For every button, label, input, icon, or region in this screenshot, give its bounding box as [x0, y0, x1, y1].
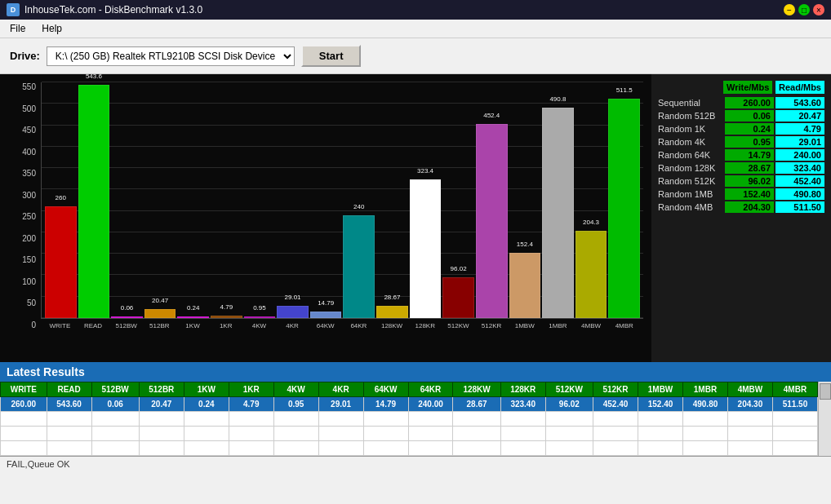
- stats-write-val: 204.30: [725, 201, 774, 213]
- results-empty-cell: [772, 441, 817, 456]
- results-col-header: 4MBW: [727, 382, 772, 397]
- x-label-512kw: 512KW: [442, 322, 474, 329]
- drive-select[interactable]: K:\ (250 GB) Realtek RTL9210B SCSI Disk …: [47, 46, 295, 66]
- results-empty-cell: [683, 412, 728, 427]
- results-cell: 29.01: [318, 397, 363, 412]
- stats-rows: Sequential260.00543.60Random 512B0.0620.…: [658, 97, 824, 213]
- results-empty-cell: [229, 412, 273, 427]
- minimize-button[interactable]: −: [784, 4, 795, 15]
- results-empty-cell: [139, 412, 184, 427]
- results-empty-cell: [593, 441, 638, 456]
- bar-value-read: 543.6: [86, 73, 102, 80]
- results-empty-cell: [184, 441, 229, 456]
- bar-512bw: 0.06: [111, 316, 143, 318]
- bar-value-4mbr: 511.5: [616, 86, 633, 94]
- bar-512br: 20.47: [144, 309, 176, 318]
- bar-512kr: 452.4: [476, 124, 508, 318]
- stats-header: Write/Mbs Read/Mbs: [658, 81, 824, 94]
- bar-write: 260: [45, 206, 77, 318]
- scrollbar[interactable]: [818, 382, 831, 456]
- bar-value-512bw: 0.06: [121, 304, 134, 312]
- results-empty-cell: [727, 427, 772, 441]
- stats-write-val: 260.00: [725, 97, 774, 108]
- stats-row-label: Random 1MB: [658, 189, 723, 199]
- results-empty-cell: [500, 441, 545, 456]
- menu-file[interactable]: File: [7, 21, 29, 36]
- results-cell: 323.40: [500, 397, 545, 412]
- menu-help[interactable]: Help: [38, 21, 65, 36]
- bar-4kw: 0.95: [244, 316, 276, 318]
- results-empty-row: [1, 441, 818, 456]
- bar-1kr: 4.79: [211, 316, 242, 318]
- results-empty-cell: [545, 441, 593, 456]
- bar-128kw: 28.67: [376, 306, 408, 318]
- results-empty-cell: [184, 427, 229, 441]
- x-label-1kr: 1KR: [210, 322, 242, 329]
- results-cell: 0.06: [91, 397, 139, 412]
- results-empty-cell: [91, 412, 139, 427]
- results-empty-cell: [318, 412, 363, 427]
- results-empty-cell: [638, 441, 683, 456]
- stats-row: Random 512K96.02452.40: [658, 175, 824, 187]
- stats-write-val: 152.40: [725, 188, 774, 200]
- results-empty-cell: [453, 441, 500, 456]
- close-button[interactable]: ×: [813, 4, 824, 15]
- chart-inner: 260543.60.0620.470.244.790.9529.0114.792…: [41, 82, 643, 319]
- results-empty-cell: [363, 427, 408, 441]
- bar-value-4mbw: 204.3: [583, 219, 599, 226]
- results-empty-cell: [47, 427, 91, 441]
- results-empty-cell: [318, 441, 363, 456]
- results-col-header: WRITE: [1, 382, 47, 397]
- stats-read-val: 511.50: [775, 201, 824, 213]
- results-col-header: 64KR: [408, 382, 453, 397]
- results-cell: 4.79: [229, 397, 273, 412]
- results-empty-cell: [545, 412, 593, 427]
- stats-row: Random 512B0.0620.47: [658, 110, 824, 122]
- bar-value-1kr: 4.79: [220, 303, 233, 311]
- results-empty-cell: [593, 427, 638, 441]
- bar-read: 543.6: [78, 85, 110, 318]
- stats-write-val: 0.95: [725, 136, 774, 148]
- results-empty-cell: [47, 441, 91, 456]
- scrollbar-thumb[interactable]: [820, 383, 831, 400]
- bar-value-512br: 20.47: [152, 297, 168, 304]
- stats-read-val: 4.79: [775, 123, 824, 135]
- results-cell: 14.79: [363, 397, 408, 412]
- x-label-read: READ: [78, 322, 109, 329]
- main-content: 550 500 450 400 350 300 250 200 150 100 …: [0, 74, 831, 362]
- results-empty-cell: [139, 427, 184, 441]
- stats-row: Random 128K28.67323.40: [658, 162, 824, 174]
- stats-read-val: 20.47: [775, 110, 824, 122]
- app-icon: D: [7, 3, 20, 16]
- bars-container: 260543.60.0620.470.244.790.9529.0114.792…: [42, 82, 643, 318]
- results-cell: 20.47: [139, 397, 184, 412]
- results-empty-cell: [139, 441, 184, 456]
- stats-write-val: 14.79: [725, 149, 774, 161]
- results-empty-cell: [772, 412, 817, 427]
- maximize-button[interactable]: □: [798, 4, 810, 15]
- stats-read-val: 452.40: [775, 175, 824, 187]
- results-cell: 490.80: [683, 397, 728, 412]
- bar-value-64kw: 14.79: [318, 299, 334, 307]
- results-cell: 452.40: [593, 397, 638, 412]
- results-empty-cell: [1, 412, 47, 427]
- start-button[interactable]: Start: [301, 45, 362, 67]
- bar-1kw: 0.24: [177, 316, 209, 318]
- results-empty-cell: [683, 441, 728, 456]
- bar-1mbr: 490.8: [542, 108, 574, 318]
- results-empty-cell: [453, 427, 500, 441]
- results-empty-cell: [408, 441, 453, 456]
- results-empty-cell: [273, 427, 318, 441]
- results-empty-cell: [545, 427, 593, 441]
- results-col-header: 4KR: [318, 382, 363, 397]
- results-table: WRITEREAD512BW512BR1KW1KR4KW4KR64KW64KR1…: [0, 382, 818, 456]
- x-label-128kw: 128KW: [376, 322, 408, 329]
- status-text: FAIL,Queue OK: [7, 459, 70, 469]
- x-label-128kr: 128KR: [409, 322, 441, 329]
- results-empty-cell: [408, 427, 453, 441]
- results-empty-cell: [318, 427, 363, 441]
- results-col-header: 64KW: [363, 382, 408, 397]
- x-label-write: WRITE: [44, 322, 76, 329]
- bar-value-64kr: 240: [353, 203, 364, 210]
- results-table-container[interactable]: WRITEREAD512BW512BR1KW1KR4KW4KR64KW64KR1…: [0, 382, 818, 456]
